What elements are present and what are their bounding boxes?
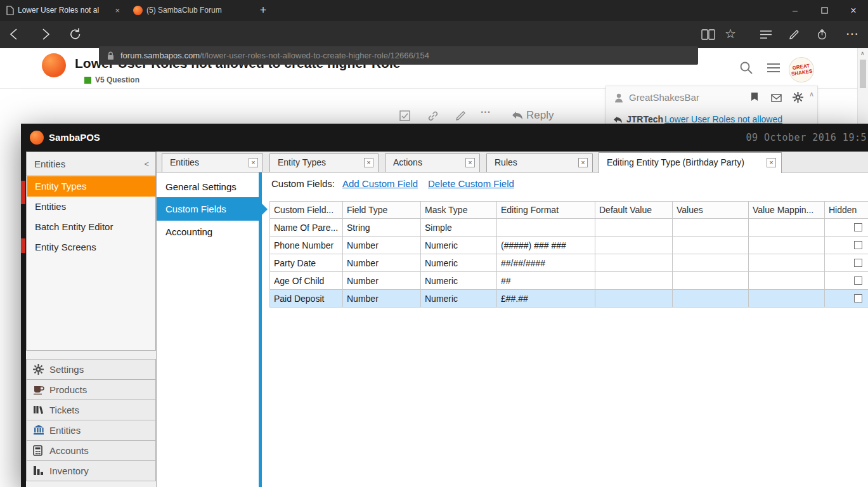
table-cell[interactable]: £##.## bbox=[497, 290, 595, 308]
search-icon[interactable] bbox=[739, 61, 753, 77]
table-cell[interactable] bbox=[595, 237, 673, 254]
select-post-icon[interactable] bbox=[399, 110, 410, 124]
envelope-icon[interactable] bbox=[771, 93, 782, 105]
scrollbar-thumb[interactable] bbox=[860, 60, 866, 88]
table-row[interactable]: Age Of Child Number Numeric ## bbox=[270, 272, 868, 290]
sidebar-item-entity-screens[interactable]: Entity Screens bbox=[27, 237, 156, 257]
sidebar-item-entities[interactable]: Entities bbox=[27, 197, 156, 217]
table-cell[interactable]: Numeric bbox=[421, 237, 497, 254]
column-header[interactable]: Default Value bbox=[595, 202, 673, 219]
table-cell[interactable]: Numeric bbox=[421, 272, 497, 290]
table-cell[interactable] bbox=[595, 254, 673, 272]
sidebar-header[interactable]: Entities < bbox=[27, 152, 155, 176]
sidebar-module-accounts[interactable]: Accounts bbox=[26, 440, 156, 461]
share-icon[interactable] bbox=[817, 29, 827, 42]
table-cell[interactable]: String bbox=[343, 219, 421, 237]
table-cell[interactable] bbox=[673, 237, 749, 254]
quote-username[interactable]: JTRTech bbox=[626, 114, 663, 124]
collapse-chevron-icon[interactable]: < bbox=[144, 152, 149, 176]
table-cell[interactable] bbox=[673, 290, 749, 308]
doc-tab-editing-entity-type[interactable]: Editing Entity Type (Birthday Party) × bbox=[599, 152, 782, 173]
hidden-checkbox[interactable] bbox=[854, 276, 862, 285]
table-cell[interactable]: (#####) ### ### bbox=[497, 237, 595, 254]
panel-username[interactable]: GreatShakesBar bbox=[629, 92, 699, 103]
table-cell[interactable] bbox=[497, 219, 595, 237]
table-cell[interactable] bbox=[749, 219, 825, 237]
category-label[interactable]: V5 Question bbox=[95, 75, 139, 84]
table-cell[interactable]: Number bbox=[343, 237, 421, 254]
table-row[interactable]: Party Date Number Numeric ##/##/#### bbox=[270, 254, 868, 272]
hidden-checkbox[interactable] bbox=[854, 241, 862, 249]
table-cell[interactable]: Phone Number bbox=[270, 237, 343, 254]
tab-close-icon[interactable]: × bbox=[465, 158, 475, 167]
gear-icon[interactable] bbox=[793, 92, 803, 105]
tab-close-icon[interactable]: × bbox=[364, 158, 373, 167]
table-cell[interactable]: Number bbox=[343, 254, 421, 272]
table-cell[interactable] bbox=[595, 219, 673, 237]
panel-collapse-icon[interactable]: ∧ bbox=[809, 90, 814, 98]
tab-close-icon[interactable]: × bbox=[249, 158, 258, 167]
hidden-checkbox[interactable] bbox=[854, 294, 862, 302]
table-row[interactable]: Phone Number Number Numeric (#####) ### … bbox=[270, 237, 868, 254]
tab-close-icon[interactable]: × bbox=[767, 158, 776, 167]
app-titlebar[interactable]: SambaPOS 09 October 2016 19:5 bbox=[21, 124, 868, 152]
column-header[interactable]: Values bbox=[673, 202, 749, 219]
reply-button[interactable]: Reply bbox=[526, 109, 554, 122]
table-cell-hidden[interactable] bbox=[825, 254, 868, 272]
table-cell[interactable] bbox=[595, 272, 673, 290]
table-cell[interactable] bbox=[749, 237, 825, 254]
refresh-button[interactable] bbox=[68, 27, 82, 45]
table-cell[interactable]: Numeric bbox=[421, 254, 497, 272]
table-cell[interactable]: Party Date bbox=[270, 254, 343, 272]
quote-topic-link[interactable]: Lower User Roles not allowed bbox=[664, 114, 813, 124]
new-tab-button[interactable]: + bbox=[254, 0, 273, 21]
column-header[interactable]: Value Mappin... bbox=[749, 202, 825, 219]
add-custom-field-link[interactable]: Add Custom Field bbox=[342, 178, 418, 189]
subnav-custom-fields[interactable]: Custom Fields bbox=[157, 197, 259, 221]
table-cell[interactable]: Numeric bbox=[421, 290, 497, 308]
sidebar-module-products[interactable]: Products bbox=[26, 379, 156, 400]
table-cell[interactable]: Name Of Pare... bbox=[270, 219, 343, 237]
doc-tab-rules[interactable]: Rules × bbox=[486, 153, 593, 172]
forum-logo[interactable] bbox=[42, 53, 66, 77]
table-cell[interactable]: Number bbox=[343, 272, 421, 290]
doc-tab-entities[interactable]: Entities × bbox=[162, 153, 263, 172]
address-bar[interactable]: forum.sambapos.com/t/lower-user-roles-no… bbox=[99, 46, 698, 65]
column-header[interactable]: Mask Type bbox=[421, 202, 497, 219]
table-cell[interactable] bbox=[749, 254, 825, 272]
minimize-button[interactable]: – bbox=[781, 0, 810, 21]
delete-custom-field-link[interactable]: Delete Custom Field bbox=[428, 178, 514, 189]
more-actions-icon[interactable]: ··· bbox=[481, 107, 491, 118]
hidden-checkbox[interactable] bbox=[854, 259, 862, 267]
hamburger-menu-icon[interactable] bbox=[767, 63, 780, 72]
subnav-general-settings[interactable]: General Settings bbox=[157, 176, 259, 197]
tab-close-icon[interactable]: × bbox=[578, 158, 588, 167]
sidebar-module-entities[interactable]: Entities bbox=[26, 420, 156, 441]
close-window-button[interactable]: × bbox=[839, 0, 868, 21]
table-cell[interactable]: Age Of Child bbox=[270, 272, 343, 290]
doc-tab-actions[interactable]: Actions × bbox=[385, 153, 480, 172]
subnav-accounting[interactable]: Accounting bbox=[157, 221, 259, 243]
hidden-checkbox[interactable] bbox=[854, 223, 862, 231]
reading-view-icon[interactable] bbox=[701, 29, 715, 42]
tab-close-icon[interactable]: × bbox=[115, 0, 120, 21]
column-header[interactable]: Editing Format bbox=[497, 202, 595, 219]
table-cell[interactable]: ## bbox=[497, 272, 595, 290]
forward-button[interactable] bbox=[38, 27, 52, 45]
column-header[interactable]: Hidden bbox=[825, 202, 868, 219]
table-row[interactable]: Name Of Pare... String Simple bbox=[270, 219, 868, 237]
table-cell[interactable] bbox=[673, 272, 749, 290]
bookmark-icon[interactable] bbox=[751, 92, 758, 104]
sidebar-module-inventory[interactable]: Inventory bbox=[26, 460, 156, 481]
doc-tab-entity-types[interactable]: Entity Types × bbox=[269, 153, 379, 172]
table-cell[interactable] bbox=[673, 219, 749, 237]
table-cell[interactable] bbox=[673, 254, 749, 272]
scrollbar-up-icon[interactable]: ∧ bbox=[860, 50, 865, 56]
table-cell[interactable]: Number bbox=[343, 290, 421, 308]
sidebar-module-settings[interactable]: Settings bbox=[26, 359, 156, 380]
column-header[interactable]: Field Type bbox=[343, 202, 421, 219]
table-row-selected[interactable]: Paid Deposit Number Numeric £##.## bbox=[270, 290, 868, 308]
table-cell[interactable] bbox=[749, 290, 825, 308]
back-button[interactable] bbox=[8, 27, 22, 45]
sidebar-item-entity-types[interactable]: Entity Types bbox=[27, 176, 156, 197]
